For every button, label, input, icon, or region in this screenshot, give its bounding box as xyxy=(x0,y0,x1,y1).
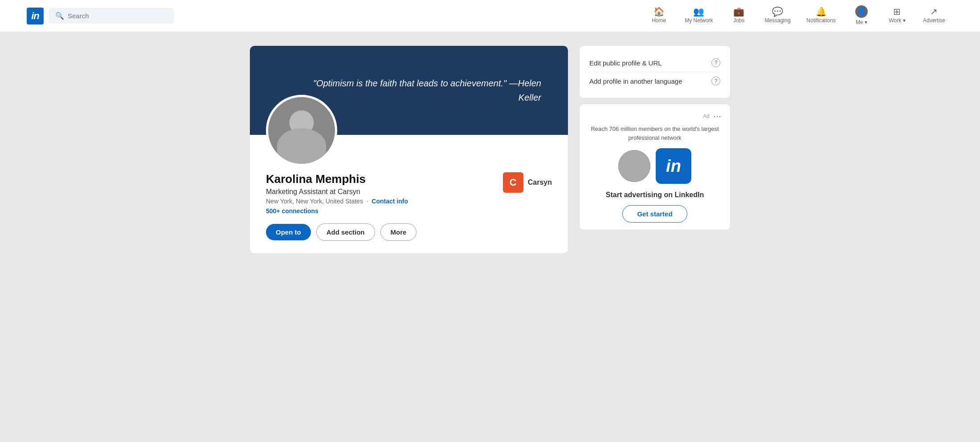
ad-linkedin-logo: in xyxy=(656,148,691,184)
messaging-label: Messaging xyxy=(765,17,791,24)
nav-items: 🏠 Home 👥 My Network 💼 Jobs 💬 Messaging 🔔… xyxy=(641,0,953,32)
edit-url-row[interactable]: Edit public profile & URL ? xyxy=(589,54,720,72)
nav-work[interactable]: ⊞ Work ▾ xyxy=(879,0,915,32)
add-language-help-icon[interactable]: ? xyxy=(711,77,720,85)
sidebar: Edit public profile & URL ? Add profile … xyxy=(579,45,731,254)
add-section-button[interactable]: Add section xyxy=(316,223,375,241)
ad-avatar xyxy=(618,150,650,182)
ad-label: Ad xyxy=(703,113,710,119)
get-started-button[interactable]: Get started xyxy=(622,205,687,223)
work-label: Work ▾ xyxy=(889,17,905,24)
advertise-icon: ↗ xyxy=(930,7,938,16)
profile-actions: Open to Add section More xyxy=(266,223,552,241)
more-button[interactable]: More xyxy=(380,223,417,241)
profile-banner: "Optimism is the faith that leads to ach… xyxy=(250,46,568,135)
ad-visuals: in xyxy=(588,148,721,184)
ad-header: Ad ⋯ xyxy=(588,111,721,121)
network-icon: 👥 xyxy=(693,7,704,16)
add-language-row[interactable]: Add profile in another language ? xyxy=(589,72,720,90)
ad-card: Ad ⋯ Reach 706 million members on the wo… xyxy=(579,104,731,230)
search-bar[interactable]: 🔍 xyxy=(49,8,174,24)
profile-top-row: Karolina Memphis Marketing Assistant at … xyxy=(266,172,552,215)
profile-card: "Optimism is the faith that leads to ach… xyxy=(249,45,568,254)
advertise-label: Advertise xyxy=(923,17,945,24)
profile-info: Karolina Memphis Marketing Assistant at … xyxy=(266,172,408,215)
home-label: Home xyxy=(652,17,666,24)
navbar: in 🔍 🏠 Home 👥 My Network 💼 Jobs 💬 Messag… xyxy=(0,0,980,32)
avatar: 👤 xyxy=(855,5,868,18)
company-badge: C Carsyn xyxy=(503,172,552,193)
company-name: Carsyn xyxy=(528,178,552,187)
ad-cta-text: Start advertising on LinkedIn xyxy=(588,191,721,199)
home-icon: 🏠 xyxy=(653,7,665,16)
add-language-label: Add profile in another language xyxy=(589,77,682,85)
linkedin-logo[interactable]: in xyxy=(27,8,44,24)
company-icon: C xyxy=(503,172,523,193)
edit-url-label: Edit public profile & URL xyxy=(589,59,662,67)
messaging-icon: 💬 xyxy=(772,7,783,16)
search-input[interactable] xyxy=(68,12,167,20)
profile-avatar xyxy=(266,95,337,166)
notifications-label: Notifications xyxy=(807,17,836,24)
ad-more-icon[interactable]: ⋯ xyxy=(713,111,721,121)
contact-info-link[interactable]: Contact info xyxy=(372,198,408,205)
nav-home[interactable]: 🏠 Home xyxy=(641,0,677,32)
notifications-icon: 🔔 xyxy=(816,7,827,16)
profile-title: Marketing Assistant at Carsyn xyxy=(266,188,408,196)
nav-advertise[interactable]: ↗ Advertise xyxy=(915,0,953,32)
jobs-icon: 💼 xyxy=(733,7,744,16)
profile-name: Karolina Memphis xyxy=(266,172,408,186)
search-icon: 🔍 xyxy=(55,12,64,20)
banner-quote: "Optimism is the faith that leads to ach… xyxy=(310,76,541,105)
open-to-button[interactable]: Open to xyxy=(266,224,311,240)
nav-notifications[interactable]: 🔔 Notifications xyxy=(799,0,844,32)
edit-url-help-icon[interactable]: ? xyxy=(711,58,720,67)
nav-network[interactable]: 👥 My Network xyxy=(677,0,721,32)
main-container: "Optimism is the faith that leads to ach… xyxy=(223,45,757,254)
nav-messaging[interactable]: 💬 Messaging xyxy=(757,0,799,32)
jobs-label: Jobs xyxy=(733,17,744,24)
profile-location: New York, New York, United States · Cont… xyxy=(266,198,408,205)
ad-description: Reach 706 million members on the world's… xyxy=(588,125,721,142)
network-label: My Network xyxy=(685,17,713,24)
connections-link[interactable]: 500+ connections xyxy=(266,207,408,215)
me-label: Me ▾ xyxy=(856,19,867,25)
nav-me[interactable]: 👤 Me ▾ xyxy=(844,0,879,32)
nav-jobs[interactable]: 💼 Jobs xyxy=(721,0,757,32)
work-icon: ⊞ xyxy=(893,7,901,16)
sidebar-profile-links-card: Edit public profile & URL ? Add profile … xyxy=(579,45,731,98)
